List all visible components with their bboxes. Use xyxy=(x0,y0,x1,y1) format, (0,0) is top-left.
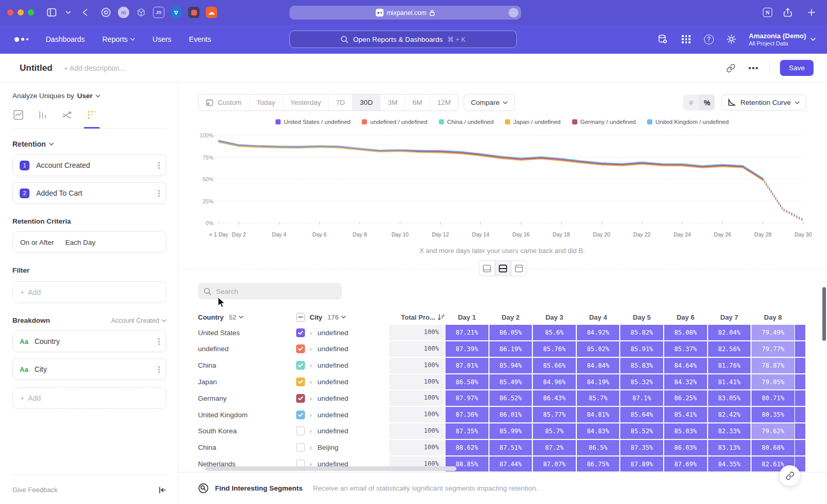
range-30d[interactable]: 30D xyxy=(353,94,380,111)
row-checkbox[interactable] xyxy=(296,427,305,435)
breakdown-event-selector[interactable]: Account Created xyxy=(111,317,166,324)
absolute-toggle[interactable]: # xyxy=(683,94,699,111)
project-switcher[interactable]: Amazonia {Demo} All Project Data xyxy=(749,32,816,46)
report-title[interactable]: Untitled xyxy=(20,63,52,73)
day-column-header[interactable]: Day 6 xyxy=(664,313,708,321)
kebab-menu-icon[interactable] xyxy=(158,366,160,373)
analyze-value[interactable]: User xyxy=(77,92,93,100)
tab-insights[interactable] xyxy=(13,110,23,128)
day-column-header[interactable]: Day 4 xyxy=(576,313,620,321)
horizontal-scrollbar[interactable] xyxy=(205,466,456,471)
expand-row-icon[interactable]: › xyxy=(310,411,312,419)
m-favicon[interactable]: m xyxy=(118,7,129,18)
expand-row-icon[interactable]: › xyxy=(310,395,312,402)
retention-step-card[interactable]: 1Account Created xyxy=(12,154,166,176)
notion-extension-icon[interactable]: N xyxy=(763,8,772,17)
close-window-button[interactable] xyxy=(7,9,13,15)
nav-item-users[interactable]: Users xyxy=(152,35,172,43)
row-checkbox-checked[interactable] xyxy=(296,394,305,403)
filter-add-button[interactable]: + Add xyxy=(12,281,166,303)
range-7d[interactable]: 7D xyxy=(329,94,353,111)
retention-step-card[interactable]: 2Added To Cart xyxy=(12,182,166,204)
legend-item[interactable]: United States / undefined xyxy=(275,119,350,125)
criteria-each-day[interactable]: Each Day xyxy=(65,239,96,246)
retention-criteria-card[interactable]: On or After Each Day xyxy=(12,231,166,253)
range-custom[interactable]: Custom xyxy=(198,94,250,111)
range-today[interactable]: Today xyxy=(250,94,283,111)
settings-gear-icon[interactable] xyxy=(725,33,738,45)
site-options-icon[interactable]: ⋯ xyxy=(509,8,518,18)
expand-row-icon[interactable]: › xyxy=(310,361,312,369)
compare-button[interactable]: Compare xyxy=(464,94,515,111)
range-12m[interactable]: 12M xyxy=(430,94,458,111)
new-tab-icon[interactable] xyxy=(805,6,818,19)
more-options-icon[interactable]: ••• xyxy=(748,64,759,72)
bird-favicon[interactable]: 🜄 xyxy=(171,7,182,18)
minimize-window-button[interactable] xyxy=(18,9,24,15)
table-search-input[interactable] xyxy=(216,288,325,295)
back-icon[interactable] xyxy=(78,6,91,19)
row-checkbox-checked[interactable] xyxy=(296,361,305,370)
city-column-header[interactable]: City 176 xyxy=(296,313,389,322)
target-favicon[interactable] xyxy=(100,7,112,18)
row-checkbox-checked[interactable] xyxy=(296,411,305,419)
sidebar-toggle-icon[interactable] xyxy=(45,6,58,19)
share-icon[interactable] xyxy=(781,6,794,19)
retention-section-header[interactable]: Retention xyxy=(12,140,166,148)
select-all-checkbox[interactable] xyxy=(296,313,305,322)
chevron-down-icon[interactable] xyxy=(62,6,75,19)
kebab-menu-icon[interactable] xyxy=(158,338,160,345)
legend-item[interactable]: Germany / undefined xyxy=(572,119,636,125)
row-checkbox[interactable] xyxy=(296,443,305,452)
chart-only-view-button[interactable] xyxy=(479,260,495,276)
apps-grid-icon[interactable] xyxy=(680,33,693,45)
range-6m[interactable]: 6M xyxy=(405,94,430,111)
country-column-header[interactable]: Country 52 xyxy=(198,313,296,321)
day-column-header[interactable]: Day 7 xyxy=(708,313,752,321)
tab-retention[interactable] xyxy=(87,110,97,128)
tab-flows[interactable] xyxy=(62,110,72,128)
collapse-sidebar-icon[interactable] xyxy=(159,486,166,494)
row-checkbox-checked[interactable] xyxy=(296,328,305,337)
legend-item[interactable]: United Kingdom / undefined xyxy=(647,119,729,125)
save-button[interactable]: Save xyxy=(780,60,814,76)
js-favicon[interactable]: JS xyxy=(153,7,164,18)
dark-red-favicon[interactable] xyxy=(188,7,200,18)
percent-toggle[interactable]: % xyxy=(699,94,715,111)
day-column-header[interactable]: Day 5 xyxy=(620,313,664,321)
legend-item[interactable]: Japan / undefined xyxy=(505,119,560,125)
day-column-header[interactable]: Day 2 xyxy=(489,313,533,321)
open-reports-search[interactable]: Open Reports & Dashboards ⌘ + K xyxy=(289,30,517,48)
criteria-on-or-after[interactable]: On or After xyxy=(20,239,54,246)
address-bar[interactable]: mixpanel.com ⋯ xyxy=(289,6,521,20)
row-checkbox-checked[interactable] xyxy=(296,344,305,353)
zoom-window-button[interactable] xyxy=(28,9,34,15)
legend-item[interactable]: China / undefined xyxy=(439,119,494,125)
expand-row-icon[interactable]: › xyxy=(310,378,312,386)
day-column-header[interactable]: Day 8 xyxy=(751,313,795,321)
add-description[interactable]: + Add description... xyxy=(64,64,125,72)
total-column-header[interactable]: Total Pro... xyxy=(389,313,445,321)
cloud-favicon[interactable]: ☁ xyxy=(206,7,217,18)
give-feedback-link[interactable]: Give Feedback xyxy=(12,486,57,494)
copy-link-icon[interactable] xyxy=(724,61,738,75)
data-management-icon[interactable] xyxy=(656,33,669,45)
day-column-header[interactable]: Day 1 xyxy=(445,313,489,321)
expand-row-icon[interactable]: › xyxy=(310,427,312,435)
traffic-lights[interactable] xyxy=(7,9,34,15)
split-view-button[interactable] xyxy=(495,260,511,276)
interesting-segments-title[interactable]: Find Interesting Segments xyxy=(215,484,303,492)
vertical-scrollbar[interactable] xyxy=(822,287,826,341)
share-link-fab[interactable] xyxy=(779,465,800,486)
nav-item-events[interactable]: Events xyxy=(189,35,211,43)
table-only-view-button[interactable] xyxy=(511,260,527,276)
expand-row-icon[interactable]: › xyxy=(310,444,312,451)
range-3m[interactable]: 3M xyxy=(380,94,405,111)
expand-row-icon[interactable]: › xyxy=(310,345,312,353)
range-yesterday[interactable]: Yesterday xyxy=(283,94,329,111)
kebab-menu-icon[interactable] xyxy=(158,190,160,197)
legend-item[interactable]: undefined / undefined xyxy=(362,119,427,125)
chart-type-selector[interactable]: Retention Curve xyxy=(721,94,806,111)
help-icon[interactable]: ? xyxy=(704,35,714,44)
nav-item-dashboards[interactable]: Dashboards xyxy=(46,35,85,43)
